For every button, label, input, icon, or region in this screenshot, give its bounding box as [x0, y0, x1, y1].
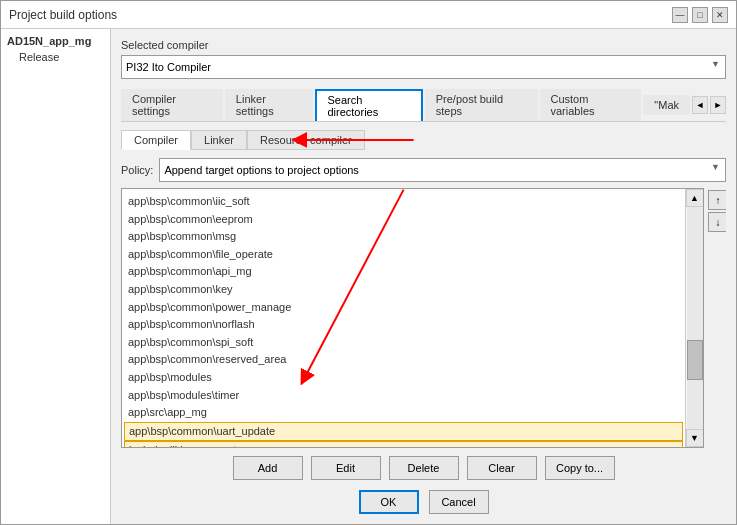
list-item[interactable]: app\bsp\common\iic_soft — [124, 193, 683, 211]
scroll-up-arrow[interactable]: ▲ — [686, 189, 704, 207]
scroll-down-arrow[interactable]: ▼ — [686, 429, 704, 447]
window-body: AD15N_app_mg Release Selected compiler P… — [1, 29, 736, 524]
minimize-button[interactable]: — — [672, 7, 688, 23]
policy-select-wrapper: Append target options to project options — [159, 158, 726, 182]
sidebar-item-release[interactable]: Release — [7, 51, 104, 63]
inner-tab-resource[interactable]: Resource compiler — [247, 130, 365, 150]
ok-button[interactable]: OK — [359, 490, 419, 514]
compiler-select-wrapper: PI32 Ito Compiler document.querySelector… — [121, 55, 726, 79]
scrollbar[interactable]: ▲ ▼ — [685, 189, 703, 447]
scroll-track[interactable] — [687, 207, 703, 429]
policy-select[interactable]: Append target options to project options — [159, 158, 726, 182]
list-item[interactable]: app\bsp\common\power_manage — [124, 299, 683, 317]
inner-tab-linker[interactable]: Linker — [191, 130, 247, 150]
tabs-bar: Compiler settings Linker settings Search… — [121, 89, 726, 122]
list-item[interactable]: app\bsp\common\reserved_area — [124, 351, 683, 369]
list-item[interactable]: app\src\app_mg — [124, 404, 683, 422]
tab-nav-next[interactable]: ► — [710, 96, 726, 114]
tab-nav-prev[interactable]: ◄ — [692, 96, 708, 114]
cancel-button[interactable]: Cancel — [429, 490, 489, 514]
list-item[interactable]: app\bsp\common\spi_soft — [124, 334, 683, 352]
move-up-button[interactable]: ↑ — [708, 190, 726, 210]
main-area: Compiler Linker Resource compiler Policy… — [121, 130, 726, 448]
title-bar: Project build options — □ ✕ — [1, 1, 736, 29]
tab-pre-post[interactable]: Pre/post build steps — [425, 89, 538, 121]
policy-row: Policy: Append target options to project… — [121, 158, 726, 182]
list-item-highlighted[interactable]: include_lib\agreement — [124, 441, 683, 447]
tab-compiler-settings[interactable]: Compiler settings — [121, 89, 223, 121]
list-item[interactable]: app\bsp\common\msg — [124, 228, 683, 246]
delete-button[interactable]: Delete — [389, 456, 459, 480]
tab-nav-buttons: ◄ ► — [692, 96, 726, 114]
list-item[interactable]: app\bsp\common\eeprom — [124, 211, 683, 229]
list-item[interactable]: app\bsp\modules — [124, 369, 683, 387]
dir-list[interactable]: app\bsp\common\iic_soft app\bsp\common\e… — [122, 189, 685, 447]
list-item[interactable]: app\bsp\modules\timer — [124, 387, 683, 405]
tab-search-directories[interactable]: Search directories — [315, 89, 422, 121]
copy-to-button[interactable]: Copy to... — [545, 456, 615, 480]
window-title: Project build options — [9, 8, 117, 22]
compiler-select[interactable]: PI32 Ito Compiler — [121, 55, 726, 79]
edit-button[interactable]: Edit — [311, 456, 381, 480]
list-row: app\bsp\common\iic_soft app\bsp\common\e… — [121, 188, 726, 448]
window-controls: — □ ✕ — [672, 7, 728, 23]
sidebar-project: AD15N_app_mg — [7, 35, 104, 47]
maximize-button[interactable]: □ — [692, 7, 708, 23]
scroll-thumb[interactable] — [687, 340, 703, 380]
clear-button[interactable]: Clear — [467, 456, 537, 480]
add-button[interactable]: Add — [233, 456, 303, 480]
list-item[interactable]: app\bsp\common\file_operate — [124, 246, 683, 264]
sidebar: AD15N_app_mg Release — [1, 29, 111, 524]
list-item[interactable]: app\bsp\common\norflash — [124, 316, 683, 334]
action-buttons: Add Edit Delete Clear Copy to... — [121, 456, 726, 480]
list-item-highlighted[interactable]: app\bsp\common\uart_update — [124, 422, 683, 442]
policy-label: Policy: — [121, 164, 153, 176]
tab-mak[interactable]: "Mak — [643, 95, 690, 115]
inner-tabs: Compiler Linker Resource compiler — [121, 130, 726, 150]
move-down-button[interactable]: ↓ — [708, 212, 726, 232]
list-item[interactable]: app\bsp\common\key — [124, 281, 683, 299]
main-content: Selected compiler PI32 Ito Compiler docu… — [111, 29, 736, 524]
close-button[interactable]: ✕ — [712, 7, 728, 23]
ok-cancel-row: OK Cancel — [121, 490, 726, 514]
dir-list-container: app\bsp\common\iic_soft app\bsp\common\e… — [121, 188, 704, 448]
tab-custom-variables[interactable]: Custom variables — [540, 89, 642, 121]
compiler-label: Selected compiler — [121, 39, 726, 51]
tab-linker-settings[interactable]: Linker settings — [225, 89, 314, 121]
move-buttons: ↑ ↓ — [708, 188, 726, 448]
inner-tab-compiler[interactable]: Compiler — [121, 130, 191, 150]
list-item[interactable]: app\bsp\common\api_mg — [124, 263, 683, 281]
main-window: Project build options — □ ✕ AD15N_app_mg… — [0, 0, 737, 525]
